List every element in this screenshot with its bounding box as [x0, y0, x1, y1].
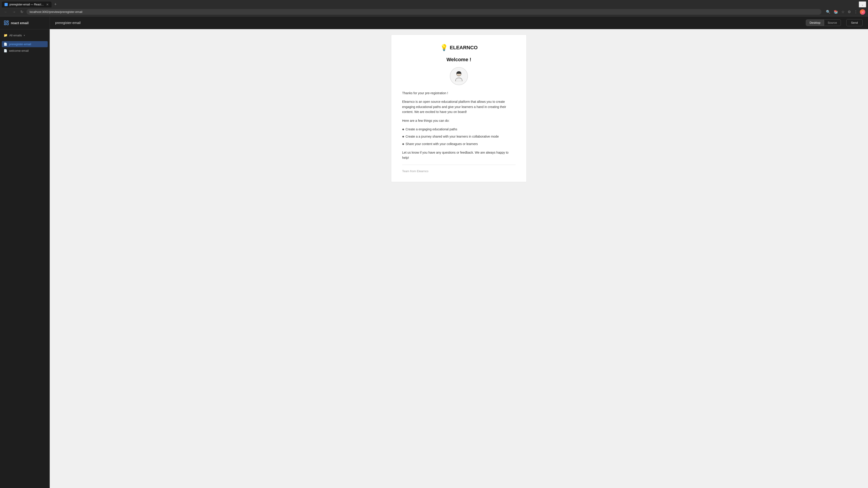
svg-point-5	[458, 73, 458, 74]
folder-icon: 📁	[4, 33, 7, 37]
profile-avatar[interactable]: U	[860, 9, 865, 15]
email-logo: 💡 ELEARNCO	[402, 44, 516, 51]
tab-title: preregister-email — React Em...	[9, 3, 44, 6]
description-paragraph: Elearnco is an open source educational p…	[402, 99, 516, 114]
thanks-paragraph: Thanks for your pre-registration !	[402, 91, 516, 96]
new-tab-button[interactable]: +	[53, 2, 59, 7]
view-toggle: Desktop Source	[806, 20, 841, 26]
all-emails-label: All emails	[9, 34, 22, 37]
react-email-logo-icon	[4, 20, 9, 26]
reload-button[interactable]: ↻	[19, 9, 25, 15]
app-container: react email 📁 All emails ▾ 📄 preregister…	[0, 17, 868, 488]
person-avatar-icon	[452, 69, 466, 83]
source-view-button[interactable]: Source	[824, 20, 840, 26]
bookmarks-button[interactable]: 📚	[833, 9, 839, 15]
email-avatar	[402, 67, 516, 85]
email-body: Thanks for your pre-registration ! Elear…	[402, 91, 516, 160]
tab-list-button[interactable]: ⌄	[859, 1, 866, 7]
browser-actions: 🔍 📚 ☆ ⚙ ⋮ U	[825, 9, 865, 15]
svg-point-6	[460, 73, 460, 74]
email-preview-area: 💡 ELEARNCO Welcome !	[50, 29, 868, 488]
email-card: 💡 ELEARNCO Welcome !	[391, 35, 527, 182]
svg-rect-0	[4, 21, 6, 23]
closing-paragraph: Let us know if you have any questions or…	[402, 150, 516, 160]
search-button[interactable]: 🔍	[825, 9, 831, 15]
settings-button[interactable]: ⋮	[853, 9, 859, 15]
app-logo-text: react email	[11, 21, 29, 25]
email-welcome-heading: Welcome !	[402, 57, 516, 63]
browser-chrome: preregister-email — React Em... ✕ + ⌄ ← …	[0, 0, 868, 17]
svg-rect-3	[4, 24, 6, 25]
list-item-2: ◆ Create a a journey shared with your le…	[402, 134, 516, 139]
email-item-label: preregister-email	[9, 42, 31, 46]
list-item-1: ◆ Create a engaging educational paths	[402, 127, 516, 132]
diamond-icon: ◆	[402, 127, 404, 131]
email-footer: Team from Elearnco	[402, 169, 516, 173]
tab-favicon	[4, 3, 8, 6]
address-bar: ← → ↻ 🔍 📚 ☆ ⚙ ⋮ U	[0, 7, 868, 16]
tab-bar: preregister-email — React Em... ✕ + ⌄	[0, 0, 868, 7]
list-intro: Here are a few things you can do:	[402, 118, 516, 123]
logo-text: ELEARNCO	[450, 45, 477, 51]
top-bar: preregister-email Desktop Source Send	[50, 17, 868, 29]
sidebar-item-welcome-email[interactable]: 📄 welcome-email	[2, 48, 48, 54]
file-icon: 📄	[4, 49, 7, 53]
all-emails-button[interactable]: 📁 All emails ▾	[2, 32, 48, 38]
page-title: preregister-email	[55, 21, 806, 25]
active-tab[interactable]: preregister-email — React Em... ✕	[2, 2, 52, 7]
forward-button[interactable]: →	[11, 9, 17, 15]
sidebar-item-preregister-email[interactable]: 📄 preregister-email	[2, 41, 48, 47]
sidebar: react email 📁 All emails ▾ 📄 preregister…	[0, 17, 50, 488]
bulb-icon: 💡	[440, 44, 448, 51]
url-input[interactable]	[26, 9, 822, 15]
main-content: preregister-email Desktop Source Send 💡 …	[50, 17, 868, 488]
avatar-circle	[450, 67, 468, 85]
desktop-view-button[interactable]: Desktop	[806, 20, 825, 26]
sidebar-header: react email	[0, 17, 50, 29]
email-divider	[402, 165, 516, 165]
back-button[interactable]: ←	[3, 9, 9, 15]
tab-close-button[interactable]: ✕	[46, 3, 49, 6]
bookmark-star-button[interactable]: ☆	[840, 9, 845, 15]
elearnco-logo: 💡 ELEARNCO	[440, 44, 477, 51]
feature-list: ◆ Create a engaging educational paths ◆ …	[402, 127, 516, 147]
list-item-text: Create a engaging educational paths	[405, 127, 457, 132]
list-item-text: Create a a journey shared with your lear…	[405, 134, 499, 139]
email-item-label: welcome-email	[9, 49, 29, 53]
sidebar-section: 📁 All emails ▾	[0, 29, 50, 41]
diamond-icon: ◆	[402, 142, 404, 146]
chevron-down-icon: ▾	[24, 34, 25, 37]
diamond-icon: ◆	[402, 134, 404, 139]
file-icon: 📄	[4, 42, 7, 46]
svg-rect-2	[7, 23, 8, 25]
list-item-text: Share your content with your colleagues …	[405, 141, 478, 147]
svg-rect-1	[7, 21, 8, 22]
list-item-3: ◆ Share your content with your colleague…	[402, 141, 516, 147]
extensions-button[interactable]: ⚙	[847, 9, 852, 15]
email-list: 📄 preregister-email 📄 welcome-email	[0, 41, 50, 54]
send-button[interactable]: Send	[846, 19, 863, 26]
